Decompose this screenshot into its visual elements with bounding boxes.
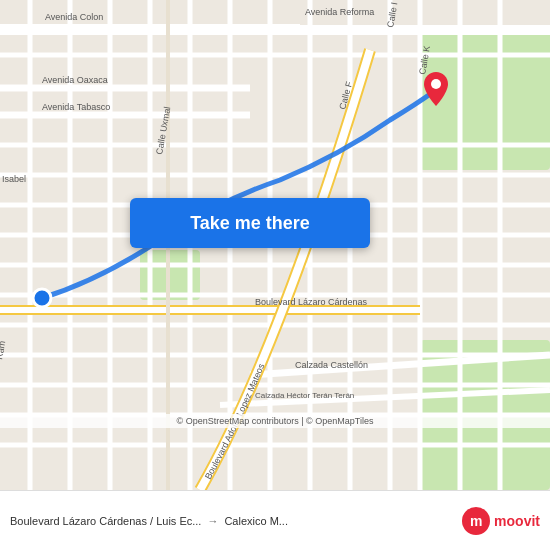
route-info: Boulevard Lázaro Cárdenas / Luis Ec... →… [10, 515, 462, 527]
svg-text:Calzada Castellón: Calzada Castellón [295, 360, 368, 370]
route-from: Boulevard Lázaro Cárdenas / Luis Ec... [10, 515, 201, 527]
svg-text:Avenida Colon: Avenida Colon [45, 12, 103, 22]
svg-point-52 [33, 289, 51, 307]
route-arrow: → [207, 515, 218, 527]
svg-text:Isabel: Isabel [2, 174, 26, 184]
map-container: Avenida Reforma Avenida Colon Avenida Oa… [0, 0, 550, 490]
svg-text:Avenida Oaxaca: Avenida Oaxaca [42, 75, 108, 85]
svg-text:Avenida Tabasco: Avenida Tabasco [42, 102, 110, 112]
moovit-text: moovit [494, 513, 540, 529]
svg-text:Boulevard Lázaro Cárdenas: Boulevard Lázaro Cárdenas [255, 297, 368, 307]
svg-text:Calzada Héctor Terán Terán: Calzada Héctor Terán Terán [255, 391, 354, 400]
route-to: Calexico M... [224, 515, 288, 527]
svg-point-53 [431, 79, 441, 89]
moovit-icon: m [462, 507, 490, 535]
osm-attribution: © OpenStreetMap contributors | © OpenMap… [0, 414, 550, 428]
take-me-there-button[interactable]: Take me there [130, 198, 370, 248]
moovit-logo: m moovit [462, 507, 540, 535]
bottom-bar: Boulevard Lázaro Cárdenas / Luis Ec... →… [0, 490, 550, 550]
svg-text:Avenida Reforma: Avenida Reforma [305, 7, 374, 17]
